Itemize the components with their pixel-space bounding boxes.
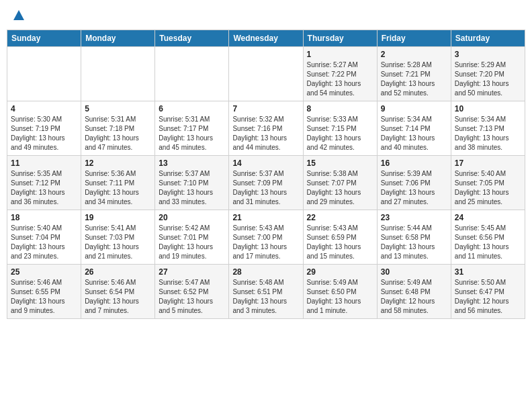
day-number: 25 <box>11 267 77 277</box>
day-info: Sunrise: 5:31 AM Sunset: 7:18 PM Dayligh… <box>85 115 151 152</box>
calendar-day-cell: 3Sunrise: 5:29 AM Sunset: 7:20 PM Daylig… <box>451 47 525 101</box>
day-info: Sunrise: 5:38 AM Sunset: 7:07 PM Dayligh… <box>307 169 373 207</box>
day-number: 20 <box>159 213 225 222</box>
calendar-week-row: 4Sunrise: 5:30 AM Sunset: 7:19 PM Daylig… <box>7 101 525 156</box>
calendar-week-row: 11Sunrise: 5:35 AM Sunset: 7:12 PM Dayli… <box>7 156 525 210</box>
day-info: Sunrise: 5:33 AM Sunset: 7:15 PM Dayligh… <box>307 115 373 152</box>
day-info: Sunrise: 5:43 AM Sunset: 7:00 PM Dayligh… <box>232 224 299 261</box>
day-number: 12 <box>85 158 151 168</box>
calendar-weekday-header: Sunday <box>7 30 81 47</box>
day-info: Sunrise: 5:40 AM Sunset: 7:04 PM Dayligh… <box>11 224 77 261</box>
calendar-day-cell: 5Sunrise: 5:31 AM Sunset: 7:18 PM Daylig… <box>81 101 155 156</box>
day-info: Sunrise: 5:39 AM Sunset: 7:06 PM Dayligh… <box>381 169 447 207</box>
day-number: 24 <box>455 213 521 222</box>
day-info: Sunrise: 5:44 AM Sunset: 6:58 PM Dayligh… <box>381 224 447 261</box>
day-number: 30 <box>381 267 447 277</box>
calendar-day-cell: 15Sunrise: 5:38 AM Sunset: 7:07 PM Dayli… <box>303 156 377 210</box>
calendar-week-row: 25Sunrise: 5:46 AM Sunset: 6:55 PM Dayli… <box>7 265 525 319</box>
day-info: Sunrise: 5:46 AM Sunset: 6:54 PM Dayligh… <box>85 278 151 316</box>
day-info: Sunrise: 5:30 AM Sunset: 7:19 PM Dayligh… <box>11 115 77 152</box>
day-number: 16 <box>381 158 447 168</box>
day-info: Sunrise: 5:41 AM Sunset: 7:03 PM Dayligh… <box>85 224 151 261</box>
day-info: Sunrise: 5:43 AM Sunset: 6:59 PM Dayligh… <box>307 224 373 261</box>
day-number: 26 <box>85 267 151 277</box>
calendar-day-cell: 4Sunrise: 5:30 AM Sunset: 7:19 PM Daylig… <box>7 101 81 156</box>
svg-marker-0 <box>13 10 24 20</box>
day-info: Sunrise: 5:47 AM Sunset: 6:52 PM Dayligh… <box>159 278 225 316</box>
day-number: 11 <box>11 158 77 168</box>
calendar-day-cell: 25Sunrise: 5:46 AM Sunset: 6:55 PM Dayli… <box>7 265 81 319</box>
day-number: 3 <box>455 50 521 59</box>
day-number: 19 <box>85 213 151 222</box>
day-info: Sunrise: 5:28 AM Sunset: 7:21 PM Dayligh… <box>381 60 447 98</box>
calendar-day-cell: 14Sunrise: 5:37 AM Sunset: 7:09 PM Dayli… <box>229 156 303 210</box>
day-number: 14 <box>232 158 299 168</box>
day-info: Sunrise: 5:34 AM Sunset: 7:14 PM Dayligh… <box>381 115 447 152</box>
calendar-day-cell: 1Sunrise: 5:27 AM Sunset: 7:22 PM Daylig… <box>303 47 377 101</box>
calendar-day-cell <box>229 47 303 101</box>
calendar-day-cell <box>7 47 81 101</box>
day-info: Sunrise: 5:49 AM Sunset: 6:50 PM Dayligh… <box>307 278 373 316</box>
calendar-day-cell: 22Sunrise: 5:43 AM Sunset: 6:59 PM Dayli… <box>303 210 377 265</box>
day-info: Sunrise: 5:49 AM Sunset: 6:48 PM Dayligh… <box>381 278 447 316</box>
day-info: Sunrise: 5:50 AM Sunset: 6:47 PM Dayligh… <box>455 278 521 316</box>
day-info: Sunrise: 5:32 AM Sunset: 7:16 PM Dayligh… <box>232 115 299 152</box>
calendar-weekday-header: Wednesday <box>229 30 303 47</box>
day-number: 22 <box>307 213 373 222</box>
day-info: Sunrise: 5:36 AM Sunset: 7:11 PM Dayligh… <box>85 169 151 207</box>
calendar-week-row: 18Sunrise: 5:40 AM Sunset: 7:04 PM Dayli… <box>7 210 525 265</box>
calendar-day-cell: 13Sunrise: 5:37 AM Sunset: 7:10 PM Dayli… <box>155 156 229 210</box>
calendar-day-cell: 8Sunrise: 5:33 AM Sunset: 7:15 PM Daylig… <box>303 101 377 156</box>
day-number: 17 <box>455 158 521 168</box>
day-number: 23 <box>381 213 447 222</box>
day-number: 1 <box>307 50 373 59</box>
day-info: Sunrise: 5:42 AM Sunset: 7:01 PM Dayligh… <box>159 224 225 261</box>
calendar-day-cell: 16Sunrise: 5:39 AM Sunset: 7:06 PM Dayli… <box>377 156 451 210</box>
logo <box>12 9 26 21</box>
day-number: 15 <box>307 158 373 168</box>
calendar-day-cell: 7Sunrise: 5:32 AM Sunset: 7:16 PM Daylig… <box>229 101 303 156</box>
calendar-day-cell: 2Sunrise: 5:28 AM Sunset: 7:21 PM Daylig… <box>377 47 451 101</box>
calendar-day-cell: 21Sunrise: 5:43 AM Sunset: 7:00 PM Dayli… <box>229 210 303 265</box>
day-number: 31 <box>455 267 521 277</box>
calendar-weekday-header: Saturday <box>451 30 525 47</box>
calendar-day-cell: 9Sunrise: 5:34 AM Sunset: 7:14 PM Daylig… <box>377 101 451 156</box>
calendar-day-cell: 29Sunrise: 5:49 AM Sunset: 6:50 PM Dayli… <box>303 265 377 319</box>
calendar-weekday-header: Monday <box>81 30 155 47</box>
calendar-day-cell <box>81 47 155 101</box>
day-number: 6 <box>159 104 225 113</box>
calendar-day-cell: 18Sunrise: 5:40 AM Sunset: 7:04 PM Dayli… <box>7 210 81 265</box>
day-number: 29 <box>307 267 373 277</box>
day-info: Sunrise: 5:48 AM Sunset: 6:51 PM Dayligh… <box>232 278 299 316</box>
day-number: 28 <box>232 267 299 277</box>
day-number: 7 <box>232 104 299 113</box>
calendar-day-cell: 19Sunrise: 5:41 AM Sunset: 7:03 PM Dayli… <box>81 210 155 265</box>
day-info: Sunrise: 5:35 AM Sunset: 7:12 PM Dayligh… <box>11 169 77 207</box>
calendar-day-cell: 10Sunrise: 5:34 AM Sunset: 7:13 PM Dayli… <box>451 101 525 156</box>
calendar-day-cell: 20Sunrise: 5:42 AM Sunset: 7:01 PM Dayli… <box>155 210 229 265</box>
calendar-day-cell <box>155 47 229 101</box>
calendar-weekday-header: Thursday <box>303 30 377 47</box>
day-info: Sunrise: 5:37 AM Sunset: 7:10 PM Dayligh… <box>159 169 225 207</box>
calendar-day-cell: 31Sunrise: 5:50 AM Sunset: 6:47 PM Dayli… <box>451 265 525 319</box>
calendar-day-cell: 24Sunrise: 5:45 AM Sunset: 6:56 PM Dayli… <box>451 210 525 265</box>
day-info: Sunrise: 5:27 AM Sunset: 7:22 PM Dayligh… <box>307 60 373 98</box>
calendar-table: SundayMondayTuesdayWednesdayThursdayFrid… <box>7 30 525 319</box>
logo-triangle-icon <box>13 9 25 21</box>
day-number: 18 <box>11 213 77 222</box>
header <box>7 7 525 24</box>
calendar-week-row: 1Sunrise: 5:27 AM Sunset: 7:22 PM Daylig… <box>7 47 525 101</box>
day-number: 10 <box>455 104 521 113</box>
day-info: Sunrise: 5:29 AM Sunset: 7:20 PM Dayligh… <box>455 60 521 98</box>
day-number: 2 <box>381 50 447 59</box>
calendar-day-cell: 30Sunrise: 5:49 AM Sunset: 6:48 PM Dayli… <box>377 265 451 319</box>
calendar-weekday-header: Friday <box>377 30 451 47</box>
calendar-day-cell: 28Sunrise: 5:48 AM Sunset: 6:51 PM Dayli… <box>229 265 303 319</box>
day-info: Sunrise: 5:31 AM Sunset: 7:17 PM Dayligh… <box>159 115 225 152</box>
calendar-day-cell: 26Sunrise: 5:46 AM Sunset: 6:54 PM Dayli… <box>81 265 155 319</box>
calendar-day-cell: 12Sunrise: 5:36 AM Sunset: 7:11 PM Dayli… <box>81 156 155 210</box>
calendar-day-cell: 6Sunrise: 5:31 AM Sunset: 7:17 PM Daylig… <box>155 101 229 156</box>
day-number: 27 <box>159 267 225 277</box>
day-info: Sunrise: 5:45 AM Sunset: 6:56 PM Dayligh… <box>455 224 521 261</box>
calendar-weekday-header: Tuesday <box>155 30 229 47</box>
